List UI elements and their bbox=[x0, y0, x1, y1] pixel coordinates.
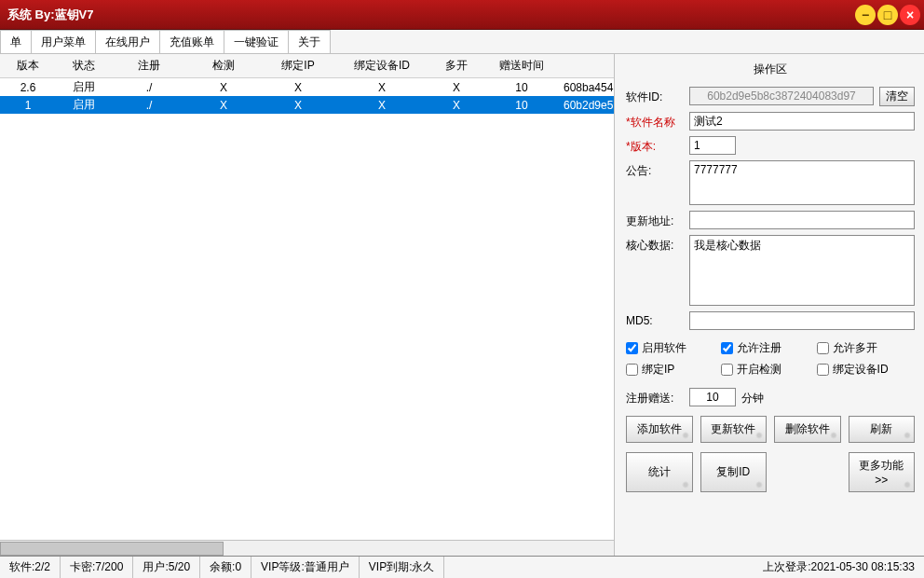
button-row-1: 添加软件更新软件删除软件刷新 bbox=[626, 416, 915, 443]
label-md5: MD5: bbox=[626, 311, 684, 327]
label-version: *版本: bbox=[626, 136, 684, 155]
close-button[interactable]: × bbox=[900, 5, 920, 25]
refresh-button[interactable]: 刷新 bbox=[849, 416, 916, 443]
status-last-login: 上次登录:2021-05-30 08:15:33 bbox=[754, 557, 924, 578]
table-cell: 60b2d9e5b bbox=[559, 96, 614, 114]
status-software: 软件:2/2 bbox=[0, 557, 61, 578]
checkbox-label: 绑定IP bbox=[642, 362, 674, 378]
status-vip-expire: VIP到期:永久 bbox=[360, 557, 445, 578]
label-announcement: 公告: bbox=[626, 160, 684, 179]
check-item-3: 绑定IP bbox=[626, 359, 721, 380]
checkbox-label: 允许注册 bbox=[737, 340, 781, 356]
minimize-button[interactable]: − bbox=[855, 5, 876, 25]
software-id-field bbox=[689, 87, 874, 105]
menu-item-verify[interactable]: 一键验证 bbox=[224, 30, 289, 53]
table-cell: X bbox=[335, 96, 428, 114]
maximize-button[interactable]: □ bbox=[877, 5, 898, 25]
table-header-6[interactable]: 多开 bbox=[428, 54, 484, 78]
check-item-1: 允许注册 bbox=[721, 337, 816, 359]
checkbox-label: 开启检测 bbox=[737, 362, 781, 378]
checkbox-0[interactable] bbox=[626, 342, 638, 354]
table-cell: X bbox=[428, 96, 484, 114]
table-header-0[interactable]: 版本 bbox=[0, 54, 56, 78]
panel-title: 操作区 bbox=[626, 62, 915, 77]
check-item-5: 绑定设备ID bbox=[817, 359, 912, 380]
checkbox-1[interactable] bbox=[721, 342, 733, 354]
table-cell: 10 bbox=[484, 78, 559, 97]
table-row[interactable]: 2.6启用./XXXX10608ba4541 bbox=[0, 78, 614, 97]
table-header-5[interactable]: 绑定设备ID bbox=[335, 54, 428, 78]
table-cell: 608ba4541 bbox=[559, 78, 614, 97]
core-data-field[interactable]: 我是核心数据 bbox=[689, 235, 915, 306]
label-minutes: 分钟 bbox=[741, 388, 764, 406]
update-url-field[interactable] bbox=[689, 211, 915, 229]
table-cell: X bbox=[428, 78, 484, 97]
table-cell: 1 bbox=[0, 96, 56, 114]
table-cell: X bbox=[335, 78, 428, 97]
checkbox-2[interactable] bbox=[817, 342, 829, 354]
table-header-7[interactable]: 赠送时间 bbox=[484, 54, 559, 78]
copy-id-button[interactable]: 复制ID bbox=[700, 452, 768, 492]
table-cell: X bbox=[261, 96, 335, 114]
table-header-1[interactable]: 状态 bbox=[56, 54, 112, 78]
button-row-2: 统计复制ID更多功能>> bbox=[626, 452, 915, 492]
titlebar: 系统 By:蓝钥V7 − □ × bbox=[0, 0, 924, 30]
status-balance: 余额:0 bbox=[200, 557, 251, 578]
check-item-2: 允许多开 bbox=[817, 337, 912, 359]
statusbar: 软件:2/2 卡密:7/200 用户:5/20 余额:0 VIP等级:普通用户 … bbox=[0, 556, 924, 578]
check-item-4: 开启检测 bbox=[721, 359, 816, 380]
checkbox-5[interactable] bbox=[817, 364, 829, 376]
table-header-4[interactable]: 绑定IP bbox=[261, 54, 335, 78]
menu-item-user[interactable]: 用户菜单 bbox=[31, 30, 96, 53]
menu-item-0[interactable]: 单 bbox=[0, 30, 32, 53]
table-cell: X bbox=[186, 78, 261, 97]
table-cell: 2.6 bbox=[0, 78, 56, 97]
menu-item-online[interactable]: 在线用户 bbox=[95, 30, 160, 53]
table-cell: ./ bbox=[112, 78, 186, 97]
table-cell: X bbox=[186, 96, 261, 114]
table-header-2[interactable]: 注册 bbox=[112, 54, 186, 78]
table-cell: ./ bbox=[112, 96, 186, 114]
table-cell: 10 bbox=[484, 96, 559, 114]
more-functions-button[interactable]: 更多功能>> bbox=[849, 452, 916, 492]
check-item-0: 启用软件 bbox=[626, 337, 721, 359]
software-table[interactable]: 版本状态注册检测绑定IP绑定设备ID多开赠送时间 2.6启用./XXXX1060… bbox=[0, 54, 614, 540]
table-header-8[interactable] bbox=[559, 54, 614, 78]
scrollbar-thumb[interactable] bbox=[0, 542, 224, 556]
window-controls: − □ × bbox=[855, 5, 920, 25]
table-cell: 启用 bbox=[56, 96, 112, 114]
table-header-3[interactable]: 检测 bbox=[186, 54, 261, 78]
checkbox-group: 启用软件允许注册允许多开绑定IP开启检测绑定设备ID bbox=[626, 337, 915, 380]
checkbox-3[interactable] bbox=[626, 364, 638, 376]
version-field[interactable] bbox=[689, 136, 736, 155]
label-software-name: *软件名称 bbox=[626, 112, 684, 131]
horizontal-scrollbar[interactable] bbox=[0, 540, 614, 556]
clear-button[interactable]: 清空 bbox=[879, 87, 915, 106]
update-software-button[interactable]: 更新软件 bbox=[700, 416, 768, 443]
reg-gift-field[interactable] bbox=[689, 388, 736, 406]
window-title: 系统 By:蓝钥V7 bbox=[7, 7, 93, 23]
stats-button[interactable]: 统计 bbox=[626, 452, 693, 492]
menu-item-recharge[interactable]: 充值账单 bbox=[159, 30, 224, 53]
announcement-field[interactable]: 7777777 bbox=[689, 160, 915, 205]
menubar: 单 用户菜单 在线用户 充值账单 一键验证 关于 bbox=[0, 30, 924, 54]
table-cell: 启用 bbox=[56, 78, 112, 97]
checkbox-label: 绑定设备ID bbox=[833, 362, 889, 378]
status-vip-level: VIP等级:普通用户 bbox=[251, 557, 360, 578]
table-row[interactable]: 1启用./XXXX1060b2d9e5b bbox=[0, 96, 614, 114]
software-name-field[interactable] bbox=[689, 112, 915, 131]
checkbox-4[interactable] bbox=[721, 364, 733, 376]
label-reg-gift: 注册赠送: bbox=[626, 388, 684, 406]
status-kami: 卡密:7/200 bbox=[61, 557, 133, 578]
status-user: 用户:5/20 bbox=[133, 557, 200, 578]
left-panel: 版本状态注册检测绑定IP绑定设备ID多开赠送时间 2.6启用./XXXX1060… bbox=[0, 54, 615, 556]
operation-panel: 操作区 软件ID: 清空 *软件名称 *版本: 公告: 7777777 更新地址… bbox=[615, 54, 924, 556]
checkbox-label: 启用软件 bbox=[642, 340, 686, 356]
checkbox-label: 允许多开 bbox=[833, 340, 877, 356]
label-core-data: 核心数据: bbox=[626, 235, 684, 254]
md5-field[interactable] bbox=[689, 311, 915, 330]
table-cell: X bbox=[261, 78, 335, 97]
add-software-button[interactable]: 添加软件 bbox=[626, 416, 693, 443]
delete-software-button[interactable]: 删除软件 bbox=[774, 416, 841, 443]
menu-item-about[interactable]: 关于 bbox=[288, 30, 331, 53]
